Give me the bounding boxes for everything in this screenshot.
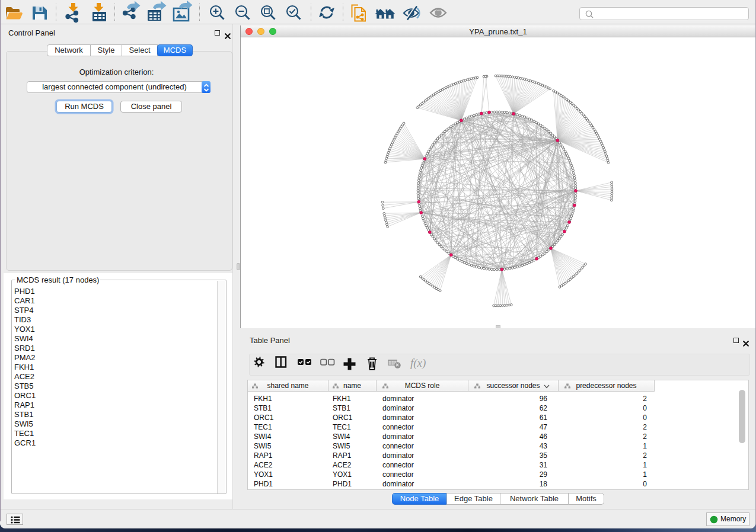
svg-text:f(x): f(x) bbox=[410, 357, 426, 370]
